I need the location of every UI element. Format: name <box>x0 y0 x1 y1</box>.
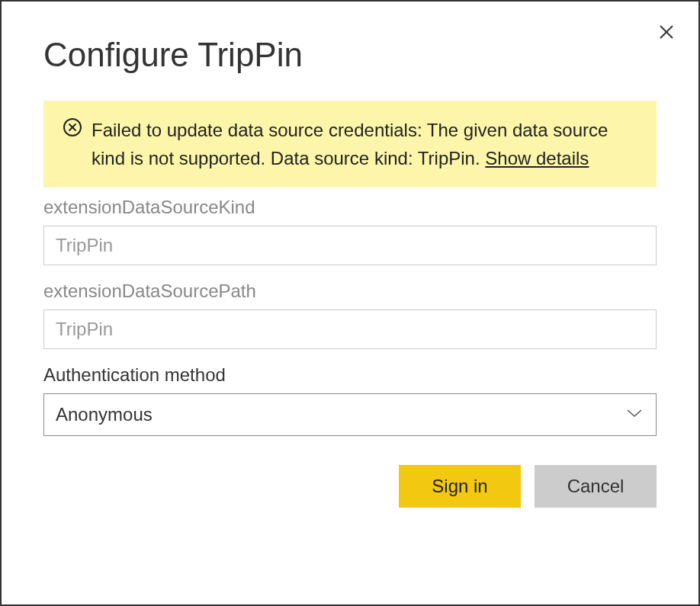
extension-data-source-path-input[interactable] <box>43 309 657 349</box>
auth-select-value: Anonymous <box>56 404 153 425</box>
button-row: Sign in Cancel <box>43 465 657 508</box>
close-icon <box>657 23 676 41</box>
field-extension-data-source-kind: extensionDataSourceKind <box>43 197 657 265</box>
error-text: Failed to update data source credentials… <box>92 116 637 172</box>
authentication-method-select[interactable]: Anonymous <box>43 393 657 436</box>
field-extension-data-source-path: extensionDataSourcePath <box>43 281 657 349</box>
show-details-link[interactable]: Show details <box>485 148 589 168</box>
auth-select-wrapper: Anonymous <box>43 393 657 436</box>
field-authentication-method: Authentication method Anonymous <box>43 364 657 436</box>
sign-in-button[interactable]: Sign in <box>399 465 521 508</box>
configure-dialog: Configure TripPin Failed to update data … <box>0 0 700 606</box>
close-button[interactable] <box>657 23 676 45</box>
field-label-kind: extensionDataSourceKind <box>43 197 657 218</box>
dialog-title: Configure TripPin <box>43 36 657 74</box>
cancel-button[interactable]: Cancel <box>535 465 657 508</box>
error-banner: Failed to update data source credentials… <box>43 101 657 188</box>
extension-data-source-kind-input[interactable] <box>43 226 657 265</box>
field-label-path: extensionDataSourcePath <box>43 281 657 302</box>
error-icon <box>63 117 82 140</box>
field-label-auth: Authentication method <box>43 364 657 386</box>
